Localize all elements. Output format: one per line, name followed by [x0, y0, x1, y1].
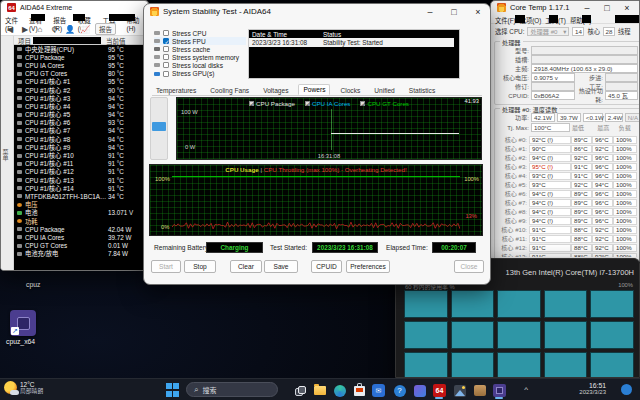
close-button[interactable]: × — [621, 3, 633, 13]
tab-statistics[interactable]: Statistics — [405, 86, 439, 95]
core-usage-cell[interactable] — [404, 321, 448, 349]
sensor-row[interactable]: 功耗 — [14, 217, 148, 225]
log-col-datetime[interactable]: Date & Time — [249, 31, 321, 38]
clear-button[interactable]: Clear — [230, 260, 262, 273]
close-button[interactable]: Close — [454, 260, 484, 273]
legend-cpu-gt-cores[interactable]: ✓ CPU GT Cores — [360, 99, 409, 108]
user-icon[interactable]: 👤 — [65, 25, 75, 34]
core-usage-cell[interactable] — [497, 352, 541, 378]
help-app-button[interactable]: ? — [392, 383, 407, 398]
sensor-row[interactable]: CPU IA Cores 39.72 W — [14, 233, 148, 241]
minimize-button[interactable]: – — [581, 3, 593, 13]
start-button[interactable]: Start — [151, 260, 181, 273]
sensor-row[interactable]: 中央处理器(CPU) 95 °C — [14, 45, 148, 53]
desktop-icon-cpuz-x64[interactable]: ↗ — [10, 310, 36, 336]
sensor-row[interactable]: CPU Package 95 °C — [14, 53, 148, 61]
stress-checkbox[interactable] — [163, 62, 169, 68]
store-button[interactable] — [352, 383, 367, 398]
legend-cpu-ia-cores[interactable]: ✓ CPU IA Cores — [305, 99, 351, 108]
stress-option[interactable]: Stress cache — [154, 45, 246, 53]
legend-checkbox[interactable]: ✓ — [305, 101, 310, 106]
tab-unified[interactable]: Unified — [370, 86, 399, 95]
forward-icon[interactable]: ▶ — [20, 25, 30, 34]
stress-option[interactable]: Stress system memory — [154, 53, 246, 61]
core-usage-cell[interactable] — [404, 352, 448, 378]
widgets-app-button[interactable] — [412, 383, 427, 398]
cpu-select-dropdown[interactable]: 处理器 #0 ▾ — [527, 27, 569, 36]
legend-cpu-package[interactable]: ✓ CPU Package — [249, 99, 295, 108]
tab-cooling-fans[interactable]: Cooling Fans — [206, 86, 253, 95]
stress-checkbox[interactable] — [163, 54, 169, 60]
sensor-row[interactable]: 电池充/放电 7.84 W — [14, 250, 148, 258]
tab-temperatures[interactable]: Temperatures — [152, 86, 200, 95]
menu-report[interactable]: 报告(R) — [53, 15, 71, 22]
cpuid-button[interactable]: CPUID — [311, 260, 342, 273]
legend-checkbox[interactable]: ✓ — [249, 101, 254, 106]
tab-voltages[interactable]: Voltages — [259, 86, 292, 95]
logical-core-grid[interactable] — [404, 290, 634, 377]
sst-titlebar[interactable]: System Stability Test - AIDA64 – □ × — [144, 4, 490, 19]
aida64-nav-strip[interactable]: 菜单 — [1, 36, 14, 270]
cpuz-taskbar-button[interactable] — [492, 383, 507, 398]
sensor-row[interactable]: CPU Package 42.04 W — [14, 225, 148, 233]
edge-button[interactable] — [332, 383, 347, 398]
log-scrollbar[interactable] — [454, 30, 459, 78]
refresh-icon[interactable]: ⟳ — [50, 25, 60, 34]
tab-clocks[interactable]: Clocks — [336, 86, 364, 95]
archive-app-button[interactable] — [472, 383, 487, 398]
save-button[interactable]: Save — [264, 260, 298, 273]
home-icon[interactable]: ⌂ — [35, 25, 45, 34]
core-usage-cell[interactable] — [451, 290, 495, 318]
test-log-list[interactable]: Date & Time Status 2023/3/23 16:31:08 St… — [248, 29, 460, 79]
core-usage-cell[interactable] — [544, 290, 588, 318]
graph-scale-slider[interactable] — [150, 97, 168, 160]
weather-widget[interactable]: 12°C 局部晴朗 — [4, 381, 43, 395]
notification-button[interactable] — [621, 384, 632, 395]
search-box[interactable]: ⌕ 搜索 — [186, 382, 278, 397]
stop-button[interactable]: Stop — [184, 260, 216, 273]
stress-option[interactable]: Stress local disks — [154, 61, 246, 69]
menu-file[interactable]: 文件(F) — [495, 16, 516, 21]
log-row[interactable]: 2023/3/23 16:31:08 Stability Test: Start… — [249, 38, 459, 46]
core-usage-cell[interactable] — [497, 290, 541, 318]
stress-checkbox[interactable] — [163, 71, 169, 77]
photos-app-button[interactable] — [452, 383, 467, 398]
back-icon[interactable]: ◀ — [5, 25, 15, 34]
stress-checkbox[interactable] — [163, 46, 169, 52]
mail-app-button[interactable]: ✉ — [372, 384, 385, 397]
core-usage-cell[interactable] — [544, 352, 588, 378]
chart-icon[interactable]: 📈 — [80, 25, 90, 34]
core-usage-cell[interactable] — [404, 290, 448, 318]
column-value[interactable]: 当前值 — [106, 36, 148, 44]
desktop-icon-cpuz-label[interactable]: cpuz — [26, 281, 40, 288]
aida64-titlebar[interactable]: 64 AIDA64 Extreme — [1, 1, 148, 14]
menu-file[interactable]: 文件(F) — [5, 15, 22, 22]
desktop-icon-cpuz-x64-label[interactable]: cpuz_x64 — [6, 338, 35, 345]
maximize-button[interactable]: □ — [448, 7, 460, 17]
task-view-button[interactable] — [292, 383, 307, 398]
slider-handle[interactable] — [152, 122, 166, 131]
aida64-taskbar-button[interactable]: 64 — [432, 383, 447, 398]
core-usage-cell[interactable] — [544, 321, 588, 349]
stress-checkbox[interactable] — [163, 38, 169, 44]
stress-checkbox[interactable] — [163, 30, 169, 36]
stress-option[interactable]: Stress GPU(s) — [154, 69, 246, 77]
clock-widget[interactable]: 16:51 2023/3/23 — [579, 382, 606, 395]
start-button[interactable] — [166, 383, 180, 397]
stress-option[interactable]: Stress CPU — [154, 29, 246, 37]
maximize-button[interactable]: □ — [601, 3, 613, 13]
core-usage-cell[interactable] — [590, 352, 634, 378]
report-button[interactable]: 报告 — [95, 23, 116, 35]
preferences-button[interactable]: Preferences — [346, 260, 390, 273]
core-usage-cell[interactable] — [590, 290, 634, 318]
core-usage-cell[interactable] — [451, 352, 495, 378]
sensor-row[interactable]: CPU #1/核心 #14 91 °C — [14, 184, 148, 192]
stress-option[interactable]: Stress FPU — [154, 37, 246, 45]
sensor-row[interactable]: CPU IA Cores 95 °C — [14, 61, 148, 69]
minimize-button[interactable]: – — [424, 7, 436, 17]
file-explorer-button[interactable] — [312, 383, 327, 398]
core-usage-cell[interactable] — [451, 321, 495, 349]
tray-chevron-icon[interactable]: ^ — [524, 385, 528, 394]
coretemp-titlebar[interactable]: Core Temp 1.17.1 – □ × — [491, 1, 639, 14]
close-button[interactable]: × — [472, 7, 484, 17]
